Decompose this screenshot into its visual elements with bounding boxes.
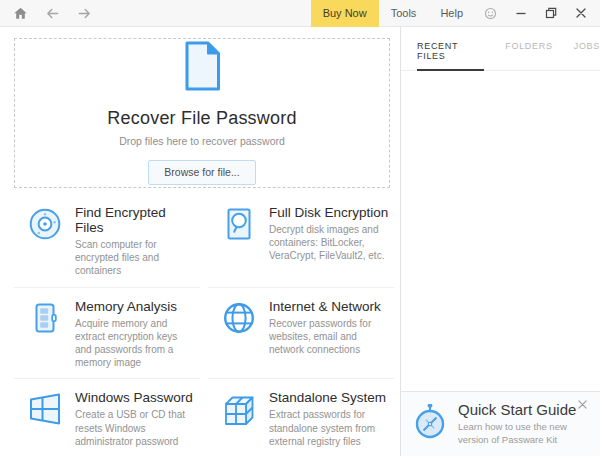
cubes-icon [221, 391, 257, 427]
tab-jobs[interactable]: JOBS [574, 41, 600, 70]
stopwatch-icon [412, 403, 448, 445]
feedback-smiley-icon[interactable] [475, 0, 506, 27]
sidebar: RECENT FILES FOLDERS JOBS Quick Start Gu… [400, 27, 600, 456]
feature-find-encrypted-files[interactable]: Find Encrypted Files Scan computer for e… [14, 194, 200, 288]
globe-icon [221, 300, 257, 336]
feature-description: Decrypt disk images and containers: BitL… [269, 223, 389, 263]
quick-start-guide-panel[interactable]: Quick Start Guide Learn how to use the n… [401, 391, 600, 456]
disc-scan-icon [27, 206, 63, 242]
buy-now-button[interactable]: Buy Now [311, 0, 379, 27]
minimize-icon[interactable] [506, 0, 536, 27]
tools-menu[interactable]: Tools [379, 0, 429, 27]
dropzone-title: Recover File Password [107, 108, 296, 129]
toolbar: Buy Now Tools Help [0, 0, 600, 27]
feature-title: Windows Password [75, 390, 195, 405]
feature-internet-network[interactable]: Internet & Network Recover passwords for… [208, 288, 394, 380]
feature-title: Find Encrypted Files [75, 205, 198, 235]
quick-start-title: Quick Start Guide [458, 401, 590, 418]
feature-title: Standalone System [269, 390, 389, 405]
passware-kit-window: Buy Now Tools Help Recover File Password… [0, 0, 600, 456]
tab-folders[interactable]: FOLDERS [505, 41, 552, 70]
tab-recent-files[interactable]: RECENT FILES [417, 41, 484, 71]
disk-encryption-icon [221, 206, 257, 242]
feature-description: Acquire memory and extract encryption ke… [75, 317, 195, 370]
feature-title: Internet & Network [269, 299, 389, 314]
feature-memory-analysis[interactable]: Memory Analysis Acquire memory and extra… [14, 288, 200, 380]
forward-arrow-icon[interactable] [77, 6, 92, 21]
file-icon [182, 41, 222, 95]
feature-title: Full Disk Encryption [269, 205, 389, 220]
memory-icon [27, 300, 63, 336]
main-panel: Recover File Password Drop files here to… [0, 27, 400, 456]
file-drop-zone[interactable]: Recover File Password Drop files here to… [14, 38, 390, 188]
quick-start-close-icon[interactable] [575, 397, 590, 412]
help-menu[interactable]: Help [428, 0, 475, 27]
quick-start-description: Learn how to use the new version of Pass… [458, 421, 590, 446]
feature-description: Recover passwords for websites, email an… [269, 317, 389, 357]
feature-description: Extract passwords for standalone system … [269, 408, 389, 448]
feature-full-disk-encryption[interactable]: Full Disk Encryption Decrypt disk images… [208, 194, 394, 288]
back-arrow-icon[interactable] [45, 6, 60, 21]
close-icon[interactable] [566, 0, 600, 27]
feature-description: Scan computer for encrypted files and co… [75, 238, 195, 278]
feature-description: Create a USB or CD that resets Windows a… [75, 408, 195, 448]
browse-for-file-button[interactable]: Browse for file... [148, 160, 255, 185]
dropzone-subtitle: Drop files here to recover password [119, 135, 285, 147]
feature-windows-password[interactable]: Windows Password Create a USB or CD that… [14, 379, 200, 456]
feature-grid: Find Encrypted Files Scan computer for e… [14, 194, 394, 456]
home-icon[interactable] [13, 6, 28, 21]
feature-standalone-system[interactable]: Standalone System Extract passwords for … [208, 379, 394, 456]
sidebar-tabs: RECENT FILES FOLDERS JOBS [401, 27, 600, 71]
windows-icon [27, 391, 63, 427]
restore-icon[interactable] [536, 0, 566, 27]
feature-title: Memory Analysis [75, 299, 195, 314]
